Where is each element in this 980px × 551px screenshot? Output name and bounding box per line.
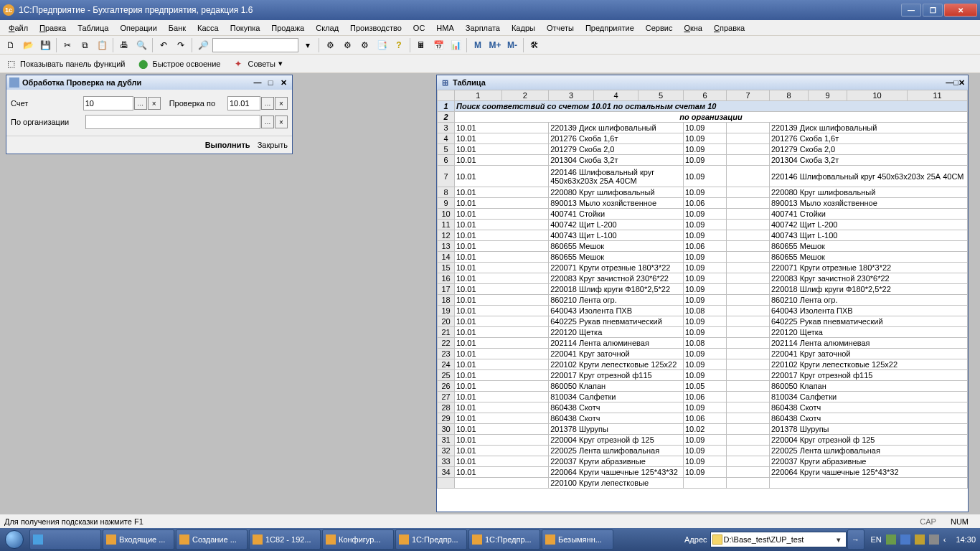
table-row[interactable]: 2710.01810034 Салфетки10.06810034 Салфет… (438, 392, 968, 402)
table-row[interactable]: 3410.01220064 Круги чашечные 125*43*3210… (438, 467, 968, 478)
table-row[interactable]: 3310.01220037 Круги абразивные10.0922003… (438, 456, 968, 467)
dialog-close-button[interactable]: ✕ (278, 77, 289, 88)
menu-ОС[interactable]: ОС (407, 22, 431, 34)
table-row[interactable]: 2410.01220102 Круги лепестковые 125х2210… (438, 359, 968, 370)
menu-Банк[interactable]: Банк (163, 22, 192, 34)
menu-НМА[interactable]: НМА (430, 22, 459, 34)
search-input[interactable] (212, 38, 298, 52)
sheet-minimize-button[interactable]: — (946, 78, 953, 87)
tips-link[interactable]: Советы (248, 60, 275, 68)
table-row[interactable]: 910.01890013 Мыло хозяйственное10.068900… (438, 198, 968, 209)
table-row[interactable]: 2610.01860050 Клапан10.05860050 Клапан (438, 381, 968, 392)
menu-Касса[interactable]: Касса (192, 22, 225, 34)
table-row[interactable]: 1810.01860210 Лента огр.10.09860210 Лент… (438, 295, 968, 306)
menu-Операции[interactable]: Операции (114, 22, 162, 34)
account-clear-button[interactable]: × (148, 97, 161, 110)
account-input[interactable] (83, 96, 133, 110)
menu-Отчеты[interactable]: Отчеты (541, 22, 580, 34)
table-row[interactable]: 510.01201279 Скоба 2,010.09201279 Скоба … (438, 144, 968, 155)
org-select-button[interactable]: … (261, 116, 274, 128)
clock[interactable]: 14:30 (951, 535, 980, 544)
start-button[interactable] (0, 528, 29, 551)
taskbar-item[interactable]: 1С82 - 192... (249, 529, 321, 550)
paste-icon[interactable]: 📋 (94, 37, 110, 53)
table-row[interactable]: 220100 Круги лепестковые (438, 478, 968, 489)
org-clear-button[interactable]: × (275, 116, 288, 128)
tray-icon-1[interactable] (886, 534, 896, 545)
menu-Производство[interactable]: Производство (344, 22, 407, 34)
quick-link[interactable]: Быстрое освоение (152, 60, 220, 68)
table-row[interactable]: 3210.01220025 Лента шлифовальная10.09220… (438, 446, 968, 456)
tool1-icon[interactable]: ⚙ (322, 37, 338, 53)
menu-Правка[interactable]: Правка (34, 22, 72, 34)
tray-expand-icon[interactable]: ‹ (943, 535, 946, 544)
table-row[interactable]: 410.01201276 Скоба 1,6т10.09201276 Скоба… (438, 133, 968, 144)
table-row[interactable]: 1610.01220083 Круг зачистной 230*6*2210.… (438, 273, 968, 284)
table-row[interactable]: 1710.01220018 Шлиф круги Ф180*2,5*2210.0… (438, 284, 968, 295)
table-row[interactable]: 2210.01202114 Лента алюминевая10.0820211… (438, 338, 968, 349)
tool2-icon[interactable]: ⚙ (339, 37, 355, 53)
run-button[interactable]: Выполнить (205, 141, 250, 149)
new-icon[interactable]: 🗋 (3, 37, 19, 53)
checkby-input[interactable] (227, 96, 260, 110)
menu-Сервис[interactable]: Сервис (640, 22, 679, 34)
table-row[interactable]: 3110.01220004 Круг отрезной ф 12510.0922… (438, 435, 968, 446)
menu-Файл[interactable]: Файл (3, 22, 34, 34)
quick-icon[interactable]: ⬤ (135, 56, 151, 72)
taskbar-ie[interactable] (29, 529, 101, 550)
menu-Продажа[interactable]: Продажа (265, 22, 310, 34)
taskbar-item[interactable]: 1С:Предпр... (395, 529, 467, 550)
table-row[interactable]: 2910.01860438 Скотч10.06860438 Скотч (438, 413, 968, 424)
search-go-icon[interactable]: ▾ (300, 37, 316, 53)
sheet-close-button[interactable]: ✕ (958, 78, 965, 88)
m-plus-button[interactable]: М+ (487, 37, 503, 53)
checkby-select-button[interactable]: … (261, 97, 274, 110)
address-go-button[interactable]: → (847, 529, 864, 550)
copy-icon[interactable]: ⧉ (77, 37, 93, 53)
taskbar-item[interactable]: Входящие ... (103, 529, 174, 550)
table-row[interactable]: 1010.01400741 Стойки10.09400741 Стойки (438, 209, 968, 220)
close-button[interactable]: ✕ (944, 4, 977, 17)
table-row[interactable]: 310.01220139 Диск шлифовальный10.0922013… (438, 123, 968, 133)
table-row[interactable]: 3010.01201378 Шурупы10.02201378 Шурупы (438, 424, 968, 435)
preview-icon[interactable]: 🔍 (133, 37, 149, 53)
menu-Склад[interactable]: Склад (310, 22, 344, 34)
sheet-maximize-button[interactable]: □ (953, 78, 958, 87)
panel-icon[interactable]: ⬚ (3, 56, 19, 72)
spreadsheet-grid[interactable]: 12345678910111Поиск соответствий со счет… (437, 90, 968, 512)
m-minus-button[interactable]: М- (504, 37, 520, 53)
menu-Зарплата[interactable]: Зарплата (460, 22, 506, 34)
menu-Таблица[interactable]: Таблица (72, 22, 114, 34)
table-row[interactable]: 2510.01220017 Круг отрезной ф11510.09220… (438, 370, 968, 381)
taskbar-item[interactable]: 1С:Предпр... (468, 529, 540, 550)
taskbar-item[interactable]: Конфигур... (322, 529, 394, 550)
lang-indicator[interactable]: EN (871, 535, 882, 544)
undo-icon[interactable]: ↶ (156, 37, 171, 53)
address-input[interactable]: D:\Base_test\ZUP_test ▾ (710, 532, 847, 547)
redo-icon[interactable]: ↷ (173, 37, 189, 53)
taskbar-item[interactable]: Создание ... (176, 529, 248, 550)
dialog-maximize-button[interactable]: □ (265, 77, 276, 88)
find-icon[interactable]: 🔎 (195, 37, 211, 53)
checkby-clear-button[interactable]: × (275, 97, 288, 110)
table-row[interactable]: 810.01220080 Круг шлифовальный10.0922008… (438, 187, 968, 198)
account-select-button[interactable]: … (134, 97, 147, 110)
tray-icon-4[interactable] (929, 534, 939, 545)
menu-Кадры[interactable]: Кадры (506, 22, 541, 34)
calc-icon[interactable]: 🖩 (413, 37, 429, 53)
menu-Окна[interactable]: Окна (678, 22, 708, 34)
table-row[interactable]: 1310.01860655 Мешок10.06860655 Мешок (438, 241, 968, 252)
table-row[interactable]: 2310.01220041 Круг заточной10.09220041 К… (438, 349, 968, 359)
help-icon[interactable]: ? (391, 37, 407, 53)
org-input[interactable] (85, 115, 260, 129)
show-panel-link[interactable]: Показывать панель функций (20, 60, 125, 68)
m-clear-button[interactable]: М (470, 37, 486, 53)
menu-Покупка[interactable]: Покупка (225, 22, 266, 34)
save-icon[interactable]: 💾 (37, 37, 53, 53)
table-row[interactable]: 1910.01640043 Изолента ПХВ10.08640043 Из… (438, 306, 968, 316)
dialog-minimize-button[interactable]: — (252, 77, 263, 88)
table-row[interactable]: 2810.01860438 Скотч10.09860438 Скотч (438, 402, 968, 413)
tips-icon[interactable]: ✦ (230, 56, 246, 72)
table-row[interactable]: 2110.01220120 Щетка10.09220120 Щетка (438, 327, 968, 338)
open-icon[interactable]: 📂 (20, 37, 36, 53)
